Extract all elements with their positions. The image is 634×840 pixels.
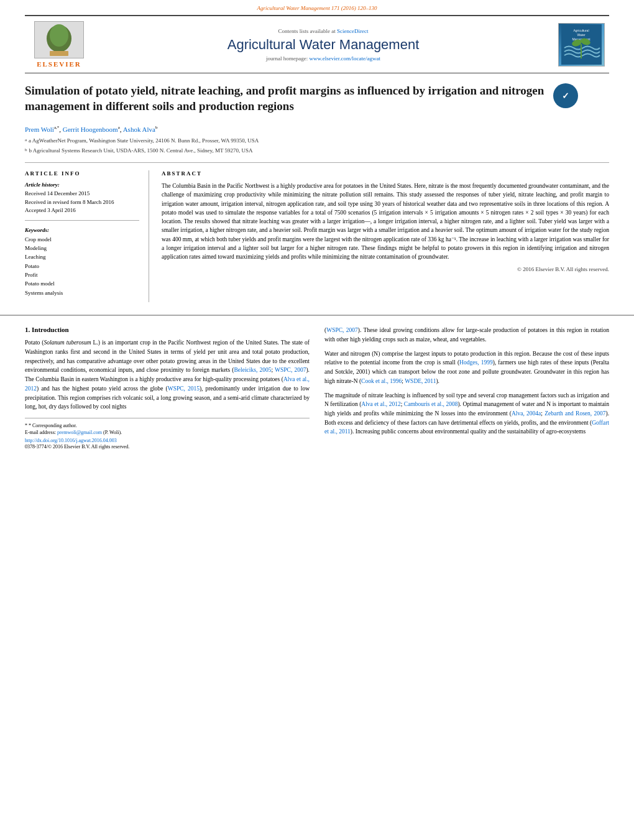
keyword-5: Profit	[25, 270, 139, 279]
ref-wspc2015[interactable]: WSPC, 2015	[168, 385, 200, 392]
journal-title: Agricultural Water Management	[106, 37, 541, 53]
ref-beleiciks[interactable]: Beleiciks, 2005	[234, 367, 272, 373]
elsevier-tree-icon	[34, 21, 84, 58]
author-hoogenboom[interactable]: Gerrit Hoogenboom	[63, 126, 118, 133]
journal-homepage: journal homepage: www.elsevier.com/locat…	[106, 55, 541, 62]
footnote-section: * * Corresponding author. E-mail address…	[25, 418, 310, 451]
svg-text:✓: ✓	[562, 91, 569, 101]
body-col-left: 1. Introduction Potato (Solanum tuberosu…	[25, 326, 310, 450]
keyword-4: Potato	[25, 262, 139, 270]
authors-line: Prem Wolia,*, Gerrit Hoogenbooma, Ashok …	[25, 125, 609, 133]
svg-text:Agricultural: Agricultural	[573, 29, 589, 32]
journal-title-block: Contents lists available at ScienceDirec…	[93, 28, 553, 62]
journal-citation: Agricultural Water Management 171 (2016)…	[25, 5, 609, 11]
sciencedirect-link[interactable]: ScienceDirect	[337, 28, 368, 34]
copyright-line: © 2016 Elsevier B.V. All rights reserved…	[162, 266, 609, 272]
homepage-label: journal homepage:	[266, 55, 308, 62]
keyword-1: Crop model	[25, 235, 139, 244]
intro-heading: 1. Introduction	[25, 326, 310, 333]
journal-logo-right: Agricultural Water Management	[553, 23, 609, 67]
article-history-section: Article history: Received 14 December 20…	[25, 182, 139, 221]
journal-logo-box: Agricultural Water Management	[558, 23, 605, 67]
abstract-column: ABSTRACT The Columbia Basin in the Pacif…	[162, 170, 609, 302]
article-info-column: ARTICLE INFO Article history: Received 1…	[25, 170, 149, 302]
ref-goffart[interactable]: Goffart et al., 2011	[324, 420, 609, 435]
footnote-email-line: E-mail address: premwoli@gmail.com (P. W…	[25, 429, 310, 436]
keyword-6: Potato model	[25, 279, 139, 288]
abstract-heading: ABSTRACT	[162, 170, 609, 177]
keyword-3: Leaching	[25, 252, 139, 261]
info-abstract-columns: ARTICLE INFO Article history: Received 1…	[25, 162, 609, 302]
footnote-email-link[interactable]: premwoli@gmail.com	[57, 430, 102, 435]
latin-name: Solanum tuberosum	[44, 339, 91, 346]
page-container: Agricultural Water Management 171 (2016)…	[0, 0, 634, 463]
svg-point-2	[50, 24, 68, 47]
keyword-7: Systems analysis	[25, 288, 139, 297]
affiliation-b: b b Agricultural Systems Research Unit, …	[25, 147, 609, 155]
affiliation-a: a a AgWeatherNet Program, Washington Sta…	[25, 137, 609, 145]
intro-para-1: Potato (Solanum tuberosum L.) is an impo…	[25, 338, 310, 412]
intro-para-magnitude: The magnitude of nitrate leaching is inf…	[324, 391, 609, 437]
intro-para-water-n: Water and nitrogen (N) comprise the larg…	[324, 349, 609, 386]
ref-hodges[interactable]: Hodges, 1999	[459, 359, 493, 366]
history-label: Article history:	[25, 182, 139, 188]
contents-line: Contents lists available at ScienceDirec…	[106, 28, 541, 34]
main-body: 1. Introduction Potato (Solanum tuberosu…	[0, 315, 634, 463]
author-alva[interactable]: Ashok Alva	[123, 126, 155, 133]
author-woli[interactable]: Prem Woli	[25, 126, 54, 133]
contents-label: Contents lists available at	[278, 28, 336, 34]
ref-alva2012b[interactable]: Alva et al., 2012	[361, 401, 400, 407]
svg-text:Water: Water	[577, 33, 585, 37]
ref-cambouris[interactable]: Cambouris et al., 2008	[404, 401, 458, 407]
ref-wsde[interactable]: WSDE, 2011	[405, 378, 436, 384]
homepage-url[interactable]: www.elsevier.com/locate/agwat	[310, 55, 380, 62]
issn-line: 0378-3774/© 2016 Elsevier B.V. All right…	[25, 443, 310, 450]
ref-wspc2007-2[interactable]: WSPC, 2007	[326, 327, 358, 333]
accepted-date: Accepted 3 April 2016	[25, 206, 139, 215]
svg-rect-3	[50, 51, 68, 56]
ref-alva2004[interactable]: Alva, 2004a	[512, 410, 541, 417]
footnote-star-text: * * Corresponding author.	[25, 422, 310, 429]
keyword-2: Modeling	[25, 244, 139, 252]
abstract-text: The Columbia Basin in the Pacific Northw…	[162, 182, 609, 261]
keywords-label: Keywords:	[25, 227, 139, 233]
journal-header: Agricultural Water Management 171 (2016)…	[0, 0, 634, 73]
ref-wspc2007[interactable]: WSPC, 2007	[275, 367, 306, 373]
ref-cook[interactable]: Cook et al., 1996	[361, 378, 402, 384]
crossmark-badge: ✓	[553, 83, 578, 108]
article-content: Simulation of potato yield, nitrate leac…	[0, 73, 634, 315]
elsevier-logo: ELSEVIER	[25, 21, 93, 68]
article-title: Simulation of potato yield, nitrate leac…	[25, 83, 547, 114]
body-col-right: (WSPC, 2007). These ideal growing condit…	[324, 326, 609, 450]
ref-zebarth[interactable]: Zebarth and Rosen, 2007	[544, 410, 605, 417]
article-info-heading: ARTICLE INFO	[25, 170, 139, 177]
intro-para-wspc: (WSPC, 2007). These ideal growing condit…	[324, 326, 609, 344]
elsevier-label: ELSEVIER	[37, 60, 81, 68]
body-columns: 1. Introduction Potato (Solanum tuberosu…	[25, 326, 609, 450]
revised-date: Received in revised form 8 March 2016	[25, 198, 139, 207]
received-date: Received 14 December 2015	[25, 190, 139, 198]
affiliations: a a AgWeatherNet Program, Washington Sta…	[25, 137, 609, 155]
header-main: ELSEVIER Contents lists available at Sci…	[25, 15, 609, 73]
keywords-section: Keywords: Crop model Modeling Leaching P…	[25, 227, 139, 298]
doi-link[interactable]: http://dx.doi.org/10.1016/j.agwat.2016.0…	[25, 438, 310, 443]
